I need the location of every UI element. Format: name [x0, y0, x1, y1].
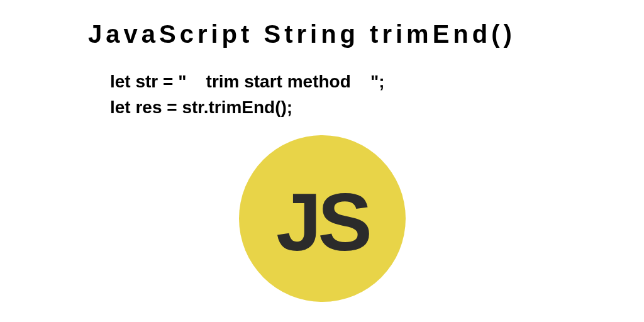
- page-title: JavaScript String trimEnd(): [88, 20, 516, 48]
- js-logo-badge: JS: [239, 135, 406, 302]
- code-line-2: let res = str.trimEnd();: [110, 97, 292, 117]
- code-snippet: let str = " trim start method "; let res…: [110, 69, 385, 120]
- code-line-1: let str = " trim start method ";: [110, 72, 385, 91]
- js-logo-text: JS: [276, 175, 369, 269]
